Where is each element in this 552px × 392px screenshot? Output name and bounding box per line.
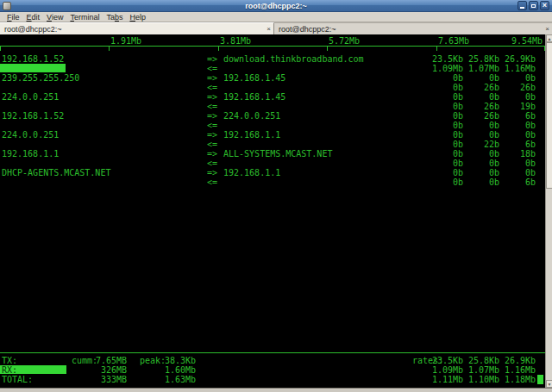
footer-separator [0, 352, 545, 353]
rx-rate-col1: 0b [424, 83, 463, 92]
menu-tabs[interactable]: Tabs [103, 12, 126, 22]
arrow-out-icon: => [207, 130, 217, 140]
scroll-up-icon[interactable]: ▲ [546, 34, 552, 42]
source-host: 192.168.1.52 [2, 54, 64, 64]
arrow-out-icon: => [207, 73, 217, 83]
close-icon: × [543, 2, 547, 9]
rx-rate-col2: 0b [461, 121, 499, 130]
tx-rate-col1: 0b [424, 73, 463, 83]
rx-traffic-bar [0, 64, 66, 72]
menu-file[interactable]: File [3, 12, 23, 22]
scrollbar-thumb[interactable] [546, 42, 552, 189]
maximize-icon [531, 4, 536, 8]
menu-terminal[interactable]: Terminal [66, 12, 103, 22]
scroll-down-icon[interactable]: ▼ [546, 380, 552, 388]
source-host: DHCP-AGENTS.MCAST.NET [2, 168, 110, 177]
arrow-in-icon: <= [207, 159, 217, 168]
tx-rate-col3: 26.9Kb [497, 54, 536, 64]
rx-rate-col3: 19b [497, 102, 536, 111]
minimize-button[interactable] [518, 1, 527, 10]
source-host: 224.0.0.251 [2, 130, 59, 140]
source-host: 224.0.0.251 [2, 92, 59, 102]
arrow-out-icon: => [207, 54, 217, 64]
iftop-screen[interactable]: 1.91Mb3.81Mb5.72Mb7.63Mb9.54Mb192.168.1.… [0, 34, 545, 388]
menubar: FileEditViewTerminalTabsHelp [0, 12, 552, 22]
tx-rate-col2: 0b [461, 73, 499, 83]
tab-title: root@dhcppc2:~ [4, 25, 61, 34]
peak-value: 38.3Kb [154, 356, 196, 365]
scale-label: 9.54Mb [504, 36, 543, 46]
tab-close-icon[interactable]: × [267, 23, 271, 34]
arrow-in-icon: <= [207, 83, 217, 92]
source-host: 239.255.255.250 [2, 73, 79, 83]
menu-view[interactable]: View [43, 12, 66, 22]
arrow-out-icon: => [207, 149, 217, 159]
tx-rate-col3: 18b [497, 149, 536, 159]
rx-rate-col2: 26b [461, 83, 499, 92]
menu-edit[interactable]: Edit [23, 12, 44, 22]
terminal-scrollbar[interactable]: ▲ ▼ [545, 34, 552, 388]
dest-host: 192.168.1.1 [223, 130, 280, 140]
tx-rate-col2: 25.8Kb [461, 54, 499, 64]
footer-rate-col3: 1.16Mb [497, 365, 536, 375]
rx-rate-col3: 0b [497, 121, 536, 130]
tx-rate-col3: 0b [497, 168, 536, 177]
tab-bar: root@dhcppc2:~ × root@dhcppc2:~ × [0, 22, 552, 34]
footer-rate-col1: 1.11Mb [424, 375, 463, 384]
dest-host: ALL-SYSTEMS.MCAST.NET [223, 149, 332, 159]
tab-inactive[interactable]: root@dhcppc2:~ × [274, 22, 552, 34]
tab-close-icon[interactable]: × [545, 23, 549, 34]
source-host: 192.168.1.1 [2, 149, 59, 159]
scale-label: 7.63Mb [438, 36, 469, 46]
tx-rate-col1: 0b [424, 168, 463, 177]
footer-row-label: RX: [2, 365, 17, 375]
scale-line [0, 46, 545, 47]
footer-row-label: TX: [2, 356, 17, 365]
rx-rate-col2: 26b [461, 102, 499, 111]
terminal-window: root@dhcppc2:~ × FileEditViewTerminalTab… [0, 0, 552, 392]
arrow-out-icon: => [207, 168, 217, 177]
scale-label: 1.91Mb [110, 36, 141, 46]
arrow-out-icon: => [207, 111, 217, 121]
tx-rate-col1: 0b [424, 130, 463, 140]
footer-row-label: TOTAL: [2, 375, 33, 384]
scale-tick [218, 46, 219, 51]
footer-rate-col2: 1.07Mb [461, 365, 499, 375]
scale-label: 3.81Mb [220, 36, 251, 46]
rx-rate-col3: 6b [497, 140, 536, 149]
rx-rate-col2: 22b [461, 140, 499, 149]
tx-rate-col3: 6b [497, 111, 536, 121]
dest-host: 224.0.0.251 [223, 111, 280, 121]
maximize-button[interactable] [529, 1, 538, 10]
scale-tick [436, 46, 437, 51]
dest-host: 192.168.1.45 [223, 92, 285, 102]
rx-rate-col1: 0b [424, 140, 463, 149]
window-bottom-border [0, 388, 552, 392]
tx-rate-col3: 0b [497, 73, 536, 83]
tx-rate-col1: 0b [424, 111, 463, 121]
tx-rate-col3: 0b [497, 130, 536, 140]
rx-rate-col1: 0b [424, 102, 463, 111]
scale-tick [0, 46, 1, 51]
dest-host: download.thinkbroadband.com [223, 54, 364, 64]
terminal-area: 1.91Mb3.81Mb5.72Mb7.63Mb9.54Mb192.168.1.… [0, 34, 552, 388]
rx-rate-col3: 26b [497, 83, 536, 92]
arrow-in-icon: <= [207, 177, 217, 187]
rx-rate-col1: 0b [424, 159, 463, 168]
peak-value: 1.60Mb [154, 365, 196, 375]
rx-rate-col2: 0b [461, 159, 499, 168]
arrow-in-icon: <= [207, 121, 217, 130]
footer-rate-col2: 25.8Kb [461, 356, 499, 365]
close-button[interactable]: × [540, 1, 549, 10]
tx-rate-col1: 23.5Kb [424, 54, 463, 64]
tx-rate-col2: 0b [461, 92, 499, 102]
dest-host: 192.168.1.1 [223, 168, 280, 177]
arrow-in-icon: <= [207, 64, 217, 73]
arrow-out-icon: => [207, 92, 217, 102]
tab-active[interactable]: root@dhcppc2:~ × [0, 22, 274, 34]
menu-help[interactable]: Help [126, 12, 149, 22]
dest-host: 192.168.1.45 [223, 73, 285, 83]
tx-rate-col2: 0b [461, 149, 499, 159]
terminal-cursor [537, 375, 543, 384]
titlebar[interactable]: root@dhcppc2:~ × [0, 0, 552, 12]
